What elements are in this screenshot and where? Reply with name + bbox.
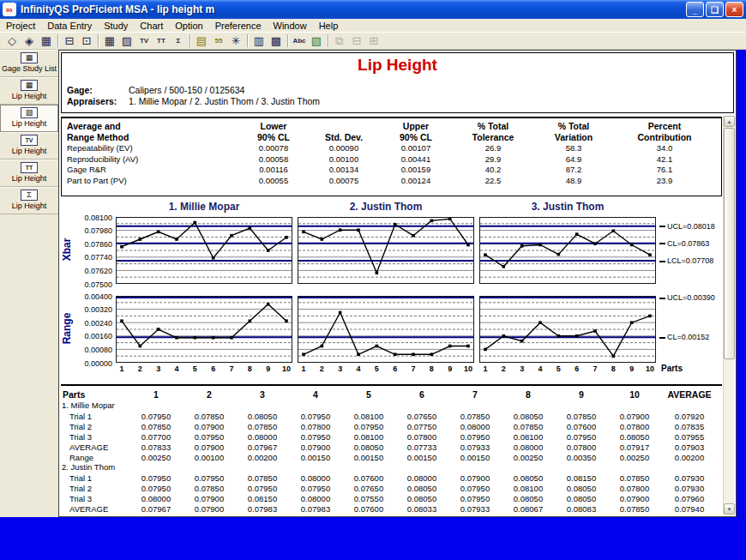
parts-value: 0.08050 xyxy=(502,494,555,503)
parts-row-label: Trial 1 xyxy=(61,412,129,421)
sidebar-item-0-gage-study-list[interactable]: ▦Gage Study List xyxy=(0,50,58,77)
ytick-label: 0.07500 xyxy=(73,280,112,289)
sidebar-item-3-lip-height[interactable]: TVLip Height xyxy=(0,132,58,160)
scroll-down-icon[interactable]: ▼ xyxy=(724,503,735,515)
minimize-button[interactable]: _ xyxy=(686,2,704,17)
parts-value: 0.07900 xyxy=(608,412,661,421)
abc-icon[interactable]: Abc xyxy=(291,33,308,49)
parts-row-label: Trial 2 xyxy=(61,422,129,431)
stats-header-cell: % TotalVariation xyxy=(533,121,614,143)
parts-value: 0.07900 xyxy=(608,494,661,503)
vertical-scrollbar[interactable]: ▲ ▼ xyxy=(723,116,734,515)
parts-header-cell: 7 xyxy=(448,389,502,400)
parts-row: AVERAGE0.079670.079000.079830.079830.076… xyxy=(61,503,722,514)
menu-item-data-entry[interactable]: Data Entry xyxy=(41,20,98,32)
ytick-label: 0.00000 xyxy=(73,359,112,368)
parts-value: 0.07967 xyxy=(129,504,183,514)
grid-settings-icon[interactable]: ▩ xyxy=(268,33,285,49)
save-icon[interactable]: ▦ xyxy=(38,33,55,49)
menu-item-study[interactable]: Study xyxy=(98,20,134,32)
data-table-icon[interactable]: ▦ xyxy=(101,33,118,49)
parts-value: 0.07600 xyxy=(342,473,395,483)
sidebar-item-1-lip-height[interactable]: ▦Lip Height xyxy=(0,77,58,105)
parts-value: 0.08050 xyxy=(555,494,608,503)
parts-value: 0.07850 xyxy=(448,412,502,421)
parts-section-name: 2. Justin Thom xyxy=(61,462,722,473)
stats-value: 23.9 xyxy=(614,176,715,187)
menu-item-project[interactable]: Project xyxy=(0,20,41,32)
stats-header-cell: % TotalTolerance xyxy=(453,121,533,143)
parts-value: 0.08000 xyxy=(289,473,342,483)
database-icon[interactable]: ▤ xyxy=(193,33,210,49)
menu-item-help[interactable]: Help xyxy=(313,20,345,32)
parts-value: 0.07800 xyxy=(608,484,661,493)
menu-item-preference[interactable]: Preference xyxy=(209,20,268,32)
scrollbar-thumb[interactable] xyxy=(724,128,735,359)
gage-row: Gage:Calipers / 500-150 / 0125634 xyxy=(67,85,244,95)
x-tick-label: 4 xyxy=(174,364,178,373)
new-project-icon[interactable]: ◇ xyxy=(3,33,21,49)
x-tick-label: 1 xyxy=(483,364,487,373)
restore-button[interactable]: ❏ xyxy=(706,2,724,17)
parts-value: 0.07600 xyxy=(342,504,395,514)
limit-label: LCL=0.07708 xyxy=(659,256,713,265)
parts-value: 0.07850 xyxy=(183,412,236,421)
parts-value: 0.00250 xyxy=(502,453,555,462)
wand-icon[interactable]: ✳ xyxy=(227,33,244,49)
save-chart-icon[interactable]: ▥ xyxy=(250,33,268,49)
sidebar-item-2-lip-height[interactable]: ▨Lip Height xyxy=(0,105,58,132)
parts-value: 0.08050 xyxy=(608,432,661,442)
menu-item-chart[interactable]: Chart xyxy=(134,20,169,32)
x-tick-label: 3 xyxy=(338,364,342,373)
stats-value: 0.00078 xyxy=(238,143,309,154)
tt-chart-icon[interactable]: TT xyxy=(153,33,170,49)
parts-value: 0.07903 xyxy=(661,443,718,452)
parts-value: 0.07950 xyxy=(342,422,395,431)
color-chart-icon[interactable]: ▧ xyxy=(308,33,325,49)
parts-value: 0.07950 xyxy=(236,484,289,493)
menu-item-window[interactable]: Window xyxy=(268,20,313,32)
parts-value: 0.07933 xyxy=(448,443,502,452)
parts-value: 0.07950 xyxy=(129,412,183,421)
database-55-icon[interactable]: 55 xyxy=(210,33,227,49)
tv-chart-icon[interactable]: TV xyxy=(135,33,153,49)
parts-value: 0.07900 xyxy=(448,473,502,483)
parts-value: 0.07850 xyxy=(236,422,289,431)
sigma-chart-icon[interactable]: Σ xyxy=(170,33,187,49)
parts-value: 0.08050 xyxy=(395,494,448,503)
stats-row-label: Gage R&R xyxy=(67,165,238,176)
sidebar-item-5-lip-height[interactable]: ΣLip Height xyxy=(0,187,58,214)
sidebar-item-4-lip-height[interactable]: TTLip Height xyxy=(0,160,58,187)
menu-item-option[interactable]: Option xyxy=(169,20,208,32)
x-tick-label: 4 xyxy=(538,364,542,373)
stats-value: 0.00441 xyxy=(379,154,453,166)
parts-value: 0.07900 xyxy=(183,504,236,514)
parts-value: 0.08067 xyxy=(502,504,555,514)
sidebar-item-label: Lip Height xyxy=(0,92,58,100)
sidebar-item-label: Lip Height xyxy=(0,147,58,155)
window-title: InfinityQS ProFicient MSA - lip height m xyxy=(21,3,684,15)
stats-header-cell: Upper90% CL xyxy=(379,121,453,143)
plot-range-appraiser-3 xyxy=(479,296,656,363)
parts-value: 0.07950 xyxy=(289,412,342,421)
scroll-up-icon[interactable]: ▲ xyxy=(724,116,735,127)
plot-xbar-appraiser-1 xyxy=(116,217,292,284)
parts-value: 0.08000 xyxy=(289,494,342,503)
plot-xbar-appraiser-2 xyxy=(298,217,474,284)
appraisers-value: 1. Millie Mopar / 2. Justin Thom / 3. Ju… xyxy=(129,96,320,106)
range-chart-icon[interactable]: ▨ xyxy=(118,33,135,49)
stats-value: 0.00116 xyxy=(238,165,309,176)
parts-value: 0.00150 xyxy=(448,453,502,462)
close-button[interactable]: × xyxy=(725,2,743,17)
tile-vertical-icon: ⊞ xyxy=(365,33,382,49)
x-tick-label: 5 xyxy=(193,364,197,373)
print-preview-icon[interactable]: ⊡ xyxy=(78,33,95,49)
parts-value: 0.00150 xyxy=(289,453,342,462)
stats-header-cell: PercentContribution xyxy=(614,121,715,143)
open-project-icon[interactable]: ◈ xyxy=(21,33,38,49)
stats-value: 48.9 xyxy=(533,176,614,187)
cascade-windows-icon: ⧉ xyxy=(331,33,348,49)
stats-value: 34.0 xyxy=(614,143,715,154)
print-icon[interactable]: ⊟ xyxy=(61,33,78,49)
x-tick-label: 9 xyxy=(448,364,452,373)
